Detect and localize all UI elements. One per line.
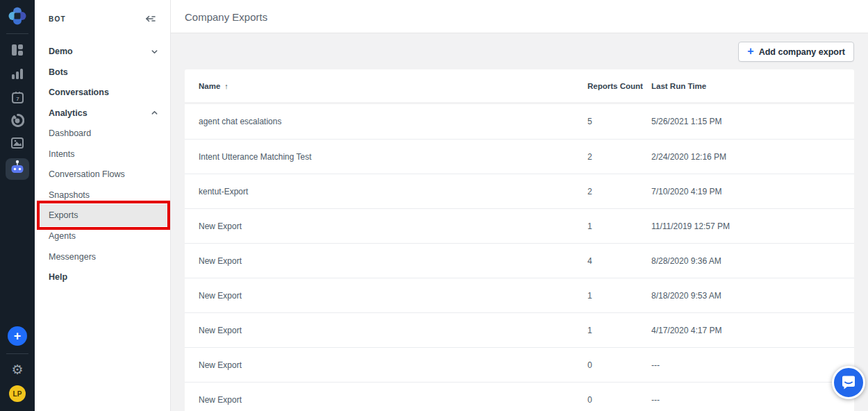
sidebar-item-help[interactable]: Help <box>35 267 171 287</box>
collapse-sidebar-icon[interactable] <box>144 12 158 26</box>
sidebar-item-snapshots[interactable]: Snapshots <box>35 185 171 206</box>
sidebar-item-conversations[interactable]: Conversations <box>35 82 171 103</box>
robot-icon[interactable] <box>0 160 35 176</box>
cell-name: New Export <box>199 395 587 405</box>
add-company-export-label: Add company export <box>759 47 845 57</box>
cell-name: New Export <box>199 256 587 266</box>
cell-last-run-time: 2/24/2020 12:16 PM <box>651 152 854 162</box>
sidebar-item-agents[interactable]: Agents <box>35 226 171 246</box>
cell-reports-count: 1 <box>587 326 651 335</box>
sidebar-item-label: Conversation Flows <box>49 169 125 179</box>
sidebar-item-messengers[interactable]: Messengers <box>35 246 171 267</box>
exports-table: Name ↑ Reports Count Last Run Time agent… <box>185 69 854 411</box>
sidebar-brand-label: BOT <box>49 15 66 23</box>
cell-last-run-time: 7/10/2020 4:19 PM <box>651 187 854 196</box>
cell-last-run-time: 8/28/2020 9:36 AM <box>651 256 854 266</box>
cell-reports-count: 4 <box>587 256 651 266</box>
cell-reports-count: 0 <box>587 360 651 370</box>
sidebar-item-label: Help <box>49 272 67 282</box>
cell-name: Intent Utterance Matching Test <box>199 152 587 162</box>
cell-name: New Export <box>199 291 587 301</box>
sidebar-item-intents[interactable]: Intents <box>35 144 171 165</box>
sidebar-item-label: Conversations <box>49 87 109 97</box>
gear-icon[interactable]: ⚙ <box>0 362 35 378</box>
sidebar-item-demo[interactable]: Demo <box>35 41 171 62</box>
sidebar-item-label: Messengers <box>49 252 96 262</box>
bar-chart-icon[interactable] <box>0 67 35 80</box>
cell-last-run-time: 8/18/2020 9:53 AM <box>651 291 854 301</box>
chevron-up-icon <box>151 109 158 117</box>
image-icon[interactable] <box>0 137 35 149</box>
sidebar: BOT Demo Bots Conversations Analytics Da… <box>35 0 171 411</box>
sidebar-item-label: Agents <box>49 231 76 241</box>
sidebar-item-label: Intents <box>49 149 75 159</box>
chevron-down-icon <box>151 48 158 56</box>
cell-name: agent chat escalations <box>199 117 587 126</box>
rail-divider <box>6 33 28 34</box>
cell-last-run-time: 5/26/2021 1:15 PM <box>651 117 854 126</box>
table-row[interactable]: New Export 4 8/28/2020 9:36 AM <box>185 243 854 278</box>
main-area: Company Exports + Add company export Nam… <box>171 0 868 411</box>
sidebar-item-dashboard[interactable]: Dashboard <box>35 123 171 144</box>
cell-reports-count: 2 <box>587 187 651 196</box>
sidebar-item-label: Bots <box>49 67 68 77</box>
sidebar-item-analytics[interactable]: Analytics <box>35 103 171 124</box>
cell-reports-count: 0 <box>587 395 651 405</box>
plus-icon: + <box>747 46 753 57</box>
sidebar-item-label: Snapshots <box>49 190 90 200</box>
cell-name: New Export <box>199 360 587 370</box>
user-avatar[interactable]: LP <box>9 385 26 402</box>
chat-bubble-icon <box>840 374 857 391</box>
dashboard-grid-icon[interactable] <box>0 44 35 56</box>
cell-reports-count: 5 <box>587 117 651 126</box>
add-company-export-button[interactable]: + Add company export <box>738 42 854 62</box>
cell-reports-count: 1 <box>587 291 651 301</box>
table-row[interactable]: agent chat escalations 5 5/26/2021 1:15 … <box>185 104 854 139</box>
column-header-name[interactable]: Name ↑ <box>199 82 587 90</box>
bird-circle-icon[interactable] <box>0 114 35 127</box>
cell-last-run-time: 11/11/2019 12:57 PM <box>651 221 854 231</box>
table-row[interactable]: New Export 0 --- <box>185 347 854 382</box>
calendar-icon[interactable]: 7 <box>0 91 35 104</box>
table-row[interactable]: New Export 0 --- <box>185 382 854 411</box>
sidebar-item-exports[interactable]: Exports <box>40 204 167 226</box>
cell-name: New Export <box>199 326 587 335</box>
table-row[interactable]: New Export 1 8/18/2020 9:53 AM <box>185 278 854 312</box>
table-header-row: Name ↑ Reports Count Last Run Time <box>185 69 854 102</box>
cell-reports-count: 1 <box>587 221 651 231</box>
sidebar-item-conversation-flows[interactable]: Conversation Flows <box>35 164 171 185</box>
sidebar-item-label: Demo <box>49 47 73 56</box>
cell-last-run-time: 4/17/2020 4:17 PM <box>651 326 854 335</box>
cell-reports-count: 2 <box>587 152 651 162</box>
sort-ascending-icon: ↑ <box>224 82 228 90</box>
column-header-reports-count[interactable]: Reports Count <box>587 82 651 90</box>
icon-rail: 7 + ⚙ LP <box>0 0 35 411</box>
sidebar-item-bots[interactable]: Bots <box>35 62 171 83</box>
rail-divider-bottom <box>6 353 28 354</box>
cell-name: New Export <box>199 221 587 231</box>
bot-platform-logo-icon[interactable] <box>8 6 27 26</box>
cell-last-run-time: --- <box>651 360 854 370</box>
table-row[interactable]: kentut-Export 2 7/10/2020 4:19 PM <box>185 174 854 208</box>
add-new-button[interactable]: + <box>8 326 27 346</box>
table-row[interactable]: New Export 1 4/17/2020 4:17 PM <box>185 312 854 347</box>
sidebar-item-label: Dashboard <box>49 128 91 138</box>
sidebar-item-label: Exports <box>49 210 78 220</box>
chat-widget-launcher[interactable] <box>832 366 865 399</box>
svg-text:7: 7 <box>16 96 19 102</box>
sidebar-item-label: Analytics <box>49 108 87 118</box>
table-row[interactable]: Intent Utterance Matching Test 2 2/24/20… <box>185 139 854 174</box>
page-title: Company Exports <box>185 11 267 23</box>
cell-last-run-time: --- <box>651 395 854 405</box>
page-header: Company Exports <box>171 0 868 33</box>
table-body: agent chat escalations 5 5/26/2021 1:15 … <box>185 104 854 411</box>
column-header-last-run-time[interactable]: Last Run Time <box>651 82 854 90</box>
cell-name: kentut-Export <box>199 187 587 196</box>
table-row[interactable]: New Export 1 11/11/2019 12:57 PM <box>185 208 854 243</box>
